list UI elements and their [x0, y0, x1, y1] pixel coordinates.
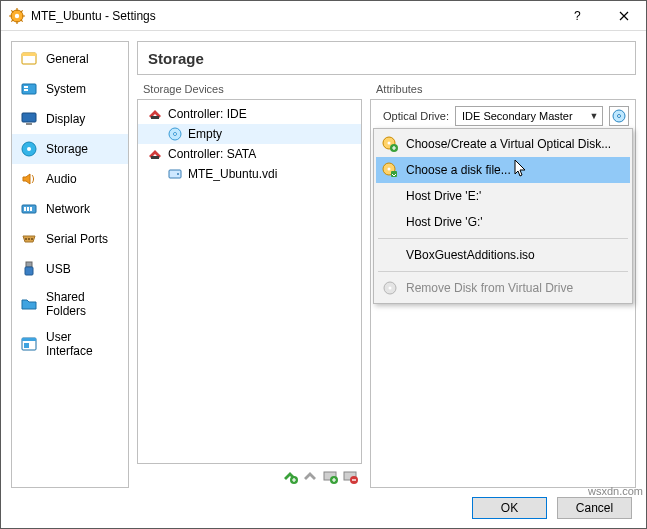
remove-attachment-icon[interactable] [342, 468, 358, 484]
sidebar-item-network[interactable]: Network [12, 194, 128, 224]
svg-point-16 [25, 238, 27, 240]
help-button[interactable]: ? [556, 1, 601, 30]
svg-point-18 [31, 238, 33, 240]
close-button[interactable] [601, 1, 646, 30]
cancel-button[interactable]: Cancel [557, 497, 632, 519]
disc-remove-icon [382, 280, 398, 296]
blank-icon [382, 188, 398, 204]
svg-point-1 [15, 13, 19, 17]
menu-label: Choose/Create a Virtual Optical Disk... [406, 137, 611, 151]
sidebar-item-usb[interactable]: USB [12, 254, 128, 284]
sidebar-item-serial-ports[interactable]: Serial Ports [12, 224, 128, 254]
blank-icon [382, 214, 398, 230]
menu-choose-file[interactable]: Choose a disk file... [376, 157, 630, 183]
svg-point-44 [389, 287, 392, 290]
svg-point-38 [388, 142, 391, 145]
storage-icon [20, 140, 38, 158]
settings-window: MTE_Ubuntu - Settings ? General System D… [0, 0, 647, 529]
menu-guest-additions[interactable]: VBoxGuestAdditions.iso [376, 242, 630, 268]
menu-label: Choose a disk file... [406, 163, 511, 177]
disc-file-icon [382, 162, 398, 178]
svg-rect-14 [27, 207, 29, 211]
tree-label: Controller: IDE [168, 107, 247, 121]
sidebar-item-label: Serial Ports [46, 232, 108, 246]
app-settings-icon [9, 8, 25, 24]
storage-tree[interactable]: Controller: IDE Empty Controller: SATA [137, 99, 362, 464]
disk-menu: Choose/Create a Virtual Optical Disk... … [373, 128, 633, 304]
tree-item-empty[interactable]: Empty [138, 124, 361, 144]
disc-icon [168, 127, 182, 141]
devices-toolbar [137, 464, 362, 488]
menu-separator [378, 238, 628, 239]
sidebar-item-storage[interactable]: Storage [12, 134, 128, 164]
content-area: General System Display Storage Audio Net… [1, 31, 646, 488]
attributes-panel: Attributes Optical Drive: IDE Secondary … [370, 81, 636, 488]
svg-text:?: ? [574, 9, 581, 23]
add-attachment-icon[interactable] [322, 468, 338, 484]
display-icon [20, 110, 38, 128]
optical-drive-label: Optical Drive: [377, 110, 449, 122]
sidebar-item-audio[interactable]: Audio [12, 164, 128, 194]
menu-label: Host Drive 'G:' [406, 215, 483, 229]
controller-ide[interactable]: Controller: IDE [138, 104, 361, 124]
svg-point-41 [388, 168, 391, 171]
sidebar-item-general[interactable]: General [12, 44, 128, 74]
hdd-icon [168, 167, 182, 181]
add-controller-icon[interactable] [282, 468, 298, 484]
sidebar-item-label: USB [46, 262, 71, 276]
attributes-body: Optical Drive: IDE Secondary Master ▼ [370, 99, 636, 488]
sidebar-item-system[interactable]: System [12, 74, 128, 104]
svg-rect-15 [30, 207, 32, 211]
dialog-footer: OK Cancel [1, 488, 646, 528]
choose-disk-button[interactable] [609, 106, 629, 126]
menu-remove-disk[interactable]: Remove Disk from Virtual Drive [376, 275, 630, 301]
svg-rect-22 [22, 338, 36, 341]
menu-host-e[interactable]: Host Drive 'E:' [376, 183, 630, 209]
svg-point-26 [174, 133, 177, 136]
general-icon [20, 50, 38, 68]
attributes-panel-title: Attributes [370, 81, 636, 99]
remove-controller-icon[interactable] [302, 468, 318, 484]
svg-rect-24 [151, 116, 159, 119]
menu-label: VBoxGuestAdditions.iso [406, 248, 535, 262]
sidebar-item-display[interactable]: Display [12, 104, 128, 134]
ok-label: OK [501, 501, 518, 515]
sidebar-item-label: System [46, 82, 86, 96]
combo-value: IDE Secondary Master [456, 110, 586, 122]
menu-label: Remove Disk from Virtual Drive [406, 281, 573, 295]
svg-rect-28 [169, 170, 181, 178]
sidebar-item-label: User Interface [46, 330, 120, 358]
usb-icon [20, 260, 38, 278]
ui-icon [20, 335, 38, 353]
category-sidebar: General System Display Storage Audio Net… [11, 41, 129, 488]
svg-point-17 [28, 238, 30, 240]
menu-choose-create[interactable]: Choose/Create a Virtual Optical Disk... [376, 131, 630, 157]
svg-point-29 [177, 173, 179, 175]
svg-rect-19 [26, 262, 32, 267]
tree-label: Controller: SATA [168, 147, 256, 161]
svg-rect-9 [26, 123, 32, 125]
optical-drive-combo[interactable]: IDE Secondary Master ▼ [455, 106, 603, 126]
sidebar-item-label: Network [46, 202, 90, 216]
menu-label: Host Drive 'E:' [406, 189, 481, 203]
network-icon [20, 200, 38, 218]
sidebar-item-shared-folders[interactable]: Shared Folders [12, 284, 128, 324]
sidebar-item-label: Audio [46, 172, 77, 186]
tree-label: Empty [188, 127, 222, 141]
menu-separator [378, 271, 628, 272]
optical-drive-row: Optical Drive: IDE Secondary Master ▼ [377, 106, 629, 126]
devices-panel-title: Storage Devices [137, 81, 362, 99]
titlebar: MTE_Ubuntu - Settings ? [1, 1, 646, 31]
menu-host-g[interactable]: Host Drive 'G:' [376, 209, 630, 235]
tree-item-vdi[interactable]: MTE_Ubuntu.vdi [138, 164, 361, 184]
ok-button[interactable]: OK [472, 497, 547, 519]
controller-sata[interactable]: Controller: SATA [138, 144, 361, 164]
cancel-label: Cancel [576, 501, 613, 515]
svg-rect-20 [25, 267, 33, 275]
disc-add-icon [382, 136, 398, 152]
sidebar-item-label: General [46, 52, 89, 66]
sidebar-item-user-interface[interactable]: User Interface [12, 324, 128, 364]
svg-rect-13 [24, 207, 26, 211]
page-header: Storage [137, 41, 636, 75]
chevron-down-icon: ▼ [586, 111, 602, 121]
